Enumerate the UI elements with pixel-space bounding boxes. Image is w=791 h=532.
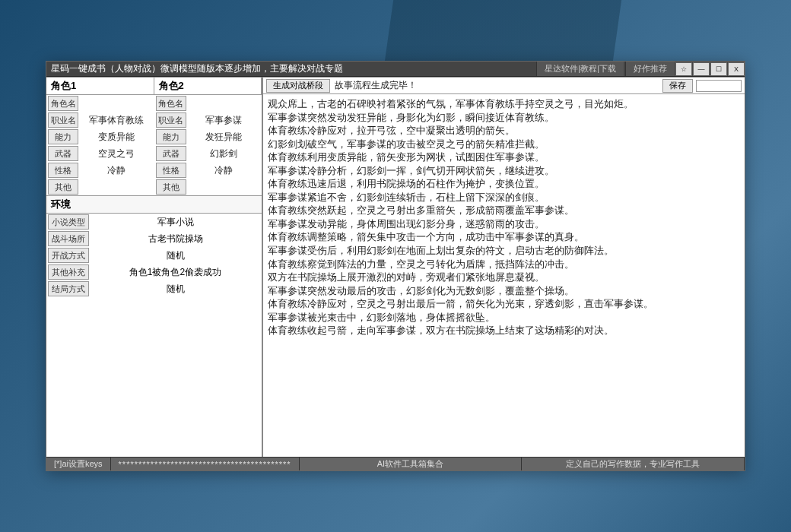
role2-性格-button[interactable]: 性格	[156, 163, 186, 178]
role2-能力-value[interactable]: 发狂异能	[186, 131, 262, 144]
footer-toolbox[interactable]: AI软件工具箱集合	[300, 458, 523, 470]
role1-武器-button[interactable]: 武器	[48, 146, 78, 161]
role1-职业名-value[interactable]: 军事体育教练	[78, 114, 154, 127]
role1-职业名-button[interactable]: 职业名	[48, 112, 78, 128]
role1-角色名-button[interactable]: 角色名	[48, 96, 78, 111]
right-toolbar: 生成对战桥段 故事流程生成完毕！ 保存	[263, 78, 745, 94]
role1-能力-button[interactable]: 能力	[48, 129, 78, 144]
main-area: 角色1 角色2 角色名职业名军事体育教练能力变质异能武器空灵之弓性格冷静其他角色…	[46, 77, 745, 457]
minimize-button[interactable]: —	[693, 62, 710, 76]
role2-header: 角色2	[154, 78, 262, 94]
role2-其他-button[interactable]: 其他	[156, 179, 186, 195]
close-button[interactable]: X	[728, 62, 745, 76]
role1-header: 角色1	[46, 78, 154, 94]
favorite-button[interactable]: ☆	[675, 62, 692, 76]
env-其他补充-button[interactable]: 其他补充	[48, 264, 89, 280]
window-controls: ☆ — ☐ X	[675, 62, 745, 76]
role1-性格-value[interactable]: 冷静	[78, 164, 154, 177]
role1-性格-button[interactable]: 性格	[48, 163, 78, 178]
window-title: 星码一键成书（人物对战）微调模型随版本逐步增加，主要解决对战专题	[46, 62, 348, 75]
role2-性格-value[interactable]: 冷静	[186, 164, 262, 177]
env-小说类型-value[interactable]: 军事小说	[89, 216, 262, 229]
role2-武器-value[interactable]: 幻影剑	[186, 147, 262, 160]
footer-keys[interactable]: [*]ai设置keys	[46, 458, 111, 470]
role2-角色名-button[interactable]: 角色名	[156, 96, 186, 111]
role2-职业名-value[interactable]: 军事参谋	[186, 114, 262, 127]
app-window: 星码一键成书（人物对战）微调模型随版本逐步增加，主要解决对战专题 星达软件|教程…	[46, 61, 745, 471]
save-button[interactable]: 保存	[662, 79, 693, 93]
story-output[interactable]: 观众席上，古老的石碑映衬着紧张的气氛，军事体育教练手持空灵之弓，目光如炬。 军事…	[263, 94, 745, 457]
left-panel: 角色1 角色2 角色名职业名军事体育教练能力变质异能武器空灵之弓性格冷静其他角色…	[46, 78, 263, 457]
titlebar-tab-recommend[interactable]: 好作推荐	[625, 62, 675, 76]
titlebar-tab-software[interactable]: 星达软件|教程|下载	[536, 62, 624, 76]
maximize-button[interactable]: ☐	[710, 62, 727, 76]
env-战斗场所-value[interactable]: 古老书院操场	[89, 233, 262, 245]
generate-button[interactable]: 生成对战桥段	[266, 79, 330, 93]
save-input[interactable]	[696, 80, 742, 92]
env-战斗场所-button[interactable]: 战斗场所	[48, 231, 89, 246]
role2-能力-button[interactable]: 能力	[156, 129, 186, 144]
status-text: 故事流程生成完毕！	[330, 79, 659, 92]
footer-custom[interactable]: 定义自己的写作数据，专业写作工具	[522, 458, 745, 470]
role1-其他-button[interactable]: 其他	[48, 179, 78, 195]
role2-武器-button[interactable]: 武器	[156, 146, 186, 161]
right-panel: 生成对战桥段 故事流程生成完毕！ 保存 观众席上，古老的石碑映衬着紧张的气氛，军…	[263, 78, 745, 457]
env-开战方式-value[interactable]: 随机	[89, 249, 262, 262]
titlebar: 星码一键成书（人物对战）微调模型随版本逐步增加，主要解决对战专题 星达软件|教程…	[46, 62, 745, 77]
env-结局方式-value[interactable]: 随机	[89, 283, 262, 296]
footer-stars: ****************************************…	[111, 458, 300, 470]
role2-职业名-button[interactable]: 职业名	[156, 112, 186, 128]
footer: [*]ai设置keys ****************************…	[46, 457, 745, 470]
role1-能力-value[interactable]: 变质异能	[78, 131, 154, 144]
env-开战方式-button[interactable]: 开战方式	[48, 248, 89, 263]
env-其他补充-value[interactable]: 角色1被角色2偷袭成功	[89, 266, 262, 279]
env-结局方式-button[interactable]: 结局方式	[48, 281, 89, 296]
env-小说类型-button[interactable]: 小说类型	[48, 214, 89, 230]
role1-武器-value[interactable]: 空灵之弓	[78, 147, 154, 160]
env-header: 环境	[46, 195, 262, 214]
